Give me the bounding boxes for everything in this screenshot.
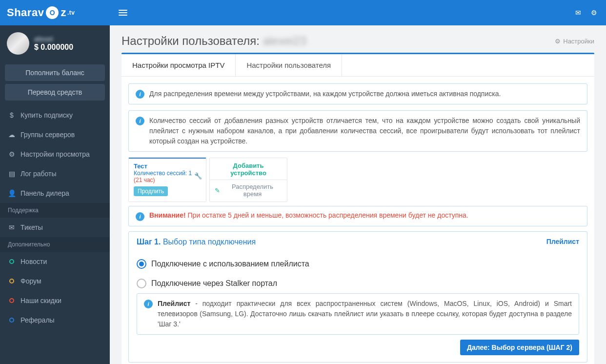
title-username: alexei23 <box>263 34 306 47</box>
warning-label: Внимание! <box>149 211 186 219</box>
info-sessions: i Количество сессий от добавления разных… <box>128 110 587 152</box>
step-name: Выбор типа подключения <box>163 238 256 246</box>
avatar <box>7 32 29 55</box>
device-time: (21 час) <box>134 177 201 183</box>
nav-referrals[interactable]: Рефералы <box>0 310 110 330</box>
gear-icon: ⚙ <box>8 150 16 158</box>
wrench-icon[interactable]: 🔧 <box>194 172 202 180</box>
device-title: Тест <box>134 162 201 170</box>
radio-stalker[interactable]: Подключение через Stalker портал <box>137 274 579 293</box>
circle-red-icon <box>8 297 16 304</box>
dollar-icon: $ <box>8 111 16 119</box>
menu-toggle[interactable] <box>119 10 127 16</box>
playlist-description: i Плейлист - подходит практически для вс… <box>137 293 579 335</box>
nav-settings[interactable]: ⚙Настройки просмотра <box>0 144 110 164</box>
warning-box: i Внимание! При остатке 5 дней и меньше,… <box>128 206 587 226</box>
breadcrumb-label: Настройки <box>563 38 594 45</box>
nav-discounts[interactable]: Наши скидки <box>0 291 110 310</box>
radio-circle-icon <box>137 279 146 288</box>
nav-news[interactable]: Новости <box>0 252 110 271</box>
circle-blue-icon <box>8 316 16 324</box>
desc-label: Плейлист <box>158 300 190 307</box>
file-icon: ▤ <box>8 170 16 178</box>
radio-playlist[interactable]: Подключение с использованием плейлиста <box>137 254 579 274</box>
profile-block: alexei $ 0.000000 <box>0 25 110 61</box>
info-text: Количество сессий от добавления разных у… <box>149 116 580 146</box>
nav-buy[interactable]: $Купить подписку <box>0 105 110 125</box>
section-extra: Дополнительно <box>0 237 110 252</box>
radio-circle-icon <box>137 259 146 269</box>
step-mode-badge: Плейлист <box>546 238 579 246</box>
breadcrumb: ⚙ Настройки <box>555 38 594 45</box>
prolong-button[interactable]: Продлить <box>134 186 168 196</box>
device-card[interactable]: Тест Количество сессий: 1 (21 час) 🔧 Про… <box>128 158 206 202</box>
circle-green-icon <box>8 258 16 265</box>
nav-groups[interactable]: ☁Группы серверов <box>0 125 110 144</box>
tab-user[interactable]: Настройки пользователя <box>236 54 342 76</box>
step-1-card: Шаг 1. Выбор типа подключения Плейлист П… <box>128 231 587 363</box>
info-text: Для распределения времени между устройст… <box>149 89 501 99</box>
nav-tickets[interactable]: ✉Тикеты <box>0 218 110 237</box>
info-icon: i <box>136 90 144 99</box>
info-icon: i <box>144 300 153 308</box>
nav-label: Рефералы <box>20 316 55 324</box>
brand-logo: SharavOz.tv <box>7 6 75 19</box>
nav-label: Настройки просмотра <box>20 150 90 158</box>
distribute-time-button[interactable]: Распределить время <box>223 183 282 198</box>
page-title: Настройки пользователя: alexei23 <box>121 34 306 48</box>
nav-label: Форум <box>20 277 41 285</box>
edit-icon[interactable]: ✎ <box>215 187 220 194</box>
info-icon: i <box>136 117 144 125</box>
mail-icon[interactable]: ✉ <box>575 9 581 17</box>
device-actions-card: Добавить устройство ✎ Распределить время <box>209 158 287 202</box>
topup-button[interactable]: Пополнить баланс <box>5 64 105 81</box>
nav-forum[interactable]: Форум <box>0 271 110 291</box>
nav-label: Новости <box>20 258 47 265</box>
nav-label: Группы серверов <box>20 131 75 139</box>
info-distribution: i Для распределения времени между устрой… <box>128 83 587 104</box>
sidebar-topbar: SharavOz.tv <box>0 0 110 25</box>
cloud-icon: ☁ <box>8 131 16 139</box>
info-icon: i <box>136 212 144 221</box>
settings-icon[interactable]: ⚙ <box>591 9 597 17</box>
add-device-button[interactable]: Добавить устройство <box>215 162 282 177</box>
desc-text: - подходит практически для всех распрост… <box>158 300 572 328</box>
username: alexei <box>34 35 73 43</box>
nav-label: Купить подписку <box>20 111 73 119</box>
balance: $ 0.000000 <box>34 43 73 52</box>
radio-label: Подключение через Stalker портал <box>151 279 277 288</box>
circle-orange-icon <box>8 277 16 285</box>
nav-dealer[interactable]: 👤Панель дилера <box>0 183 110 203</box>
warning-text: При остатке 5 дней и меньше, возможность… <box>188 211 468 219</box>
nav-label: Тикеты <box>20 223 43 231</box>
title-prefix: Настройки пользователя: <box>121 34 260 47</box>
section-support: Поддержка <box>0 203 110 218</box>
step-title: Шаг 1. Выбор типа подключения <box>137 238 256 246</box>
gear-icon: ⚙ <box>555 38 561 45</box>
nav-label: Наши скидки <box>20 297 61 304</box>
transfer-button[interactable]: Перевод средств <box>5 84 105 101</box>
user-icon: 👤 <box>8 189 16 197</box>
radio-label: Подключение с использованием плейлиста <box>151 260 309 268</box>
next-step-button[interactable]: Далее: Выбор сервера (ШАГ 2) <box>460 340 579 355</box>
nav-label: Лог работы <box>20 170 57 178</box>
nav-log[interactable]: ▤Лог работы <box>0 164 110 183</box>
topbar: ✉ ⚙ <box>110 0 606 25</box>
step-number: Шаг 1. <box>137 238 161 246</box>
device-sessions: Количество сессий: 1 <box>134 170 201 177</box>
nav-label: Панель дилера <box>20 189 69 197</box>
mail-icon: ✉ <box>8 223 16 231</box>
tab-iptv[interactable]: Настройки просмотра IPTV <box>121 54 236 76</box>
